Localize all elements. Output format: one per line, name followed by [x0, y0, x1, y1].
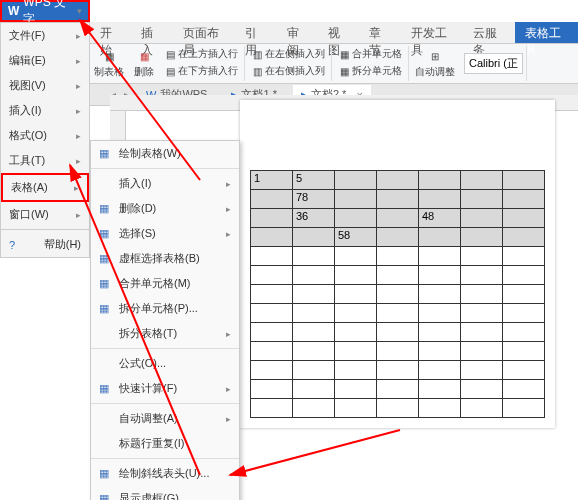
- table-cell[interactable]: [461, 342, 503, 361]
- submenu-item[interactable]: ▦显示虚框(G): [91, 486, 239, 500]
- tab-review[interactable]: 审阅: [277, 22, 318, 43]
- tab-layout[interactable]: 页面布局: [173, 22, 236, 43]
- table-cell[interactable]: [335, 266, 377, 285]
- table-cell[interactable]: [461, 380, 503, 399]
- draw-table-button[interactable]: ▦ 制表格: [90, 46, 128, 81]
- table-cell[interactable]: [377, 266, 419, 285]
- table-cell[interactable]: [293, 399, 335, 418]
- table-cell[interactable]: [377, 361, 419, 380]
- table-cell[interactable]: [419, 171, 461, 190]
- table-cell[interactable]: [419, 361, 461, 380]
- table-cell[interactable]: [251, 209, 293, 228]
- table-cell[interactable]: [419, 266, 461, 285]
- submenu-item[interactable]: 插入(I)▸: [91, 171, 239, 196]
- table-cell[interactable]: [503, 399, 545, 418]
- table-cell[interactable]: [335, 285, 377, 304]
- table-cell[interactable]: [461, 323, 503, 342]
- menu-item[interactable]: 格式(O)▸: [1, 123, 89, 148]
- table-cell[interactable]: [503, 361, 545, 380]
- table-cell[interactable]: [377, 342, 419, 361]
- table-cell[interactable]: [293, 247, 335, 266]
- tab-section[interactable]: 章节: [359, 22, 400, 43]
- table-cell[interactable]: [419, 228, 461, 247]
- table-cell[interactable]: [377, 285, 419, 304]
- table-cell[interactable]: [377, 171, 419, 190]
- table-cell[interactable]: [377, 190, 419, 209]
- table-cell[interactable]: [503, 228, 545, 247]
- table-cell[interactable]: [335, 190, 377, 209]
- table-cell[interactable]: 58: [335, 228, 377, 247]
- table-cell[interactable]: [503, 190, 545, 209]
- table-cell[interactable]: [461, 247, 503, 266]
- table-cell[interactable]: [503, 285, 545, 304]
- table-cell[interactable]: [251, 361, 293, 380]
- font-selector[interactable]: Calibri (正: [464, 53, 523, 74]
- menu-item[interactable]: 文件(F)▸: [1, 23, 89, 48]
- table-cell[interactable]: [377, 209, 419, 228]
- table-cell[interactable]: [377, 380, 419, 399]
- tab-cloud[interactable]: 云服务: [463, 22, 515, 43]
- table-cell[interactable]: [503, 171, 545, 190]
- document-table[interactable]: 15 78 3648 58: [250, 170, 545, 418]
- table-cell[interactable]: [251, 342, 293, 361]
- table-cell[interactable]: [503, 304, 545, 323]
- submenu-item[interactable]: ▦选择(S)▸: [91, 221, 239, 246]
- submenu-item[interactable]: ▦合并单元格(M): [91, 271, 239, 296]
- insert-col-left[interactable]: ▥在左侧插入列: [250, 46, 328, 62]
- submenu-item[interactable]: 自动调整(A)▸: [91, 406, 239, 431]
- table-cell[interactable]: [461, 285, 503, 304]
- table-cell[interactable]: [335, 323, 377, 342]
- table-cell[interactable]: [419, 380, 461, 399]
- table-cell[interactable]: 36: [293, 209, 335, 228]
- menu-item[interactable]: 窗口(W)▸: [1, 202, 89, 227]
- submenu-item[interactable]: ▦快速计算(F)▸: [91, 376, 239, 401]
- table-cell[interactable]: [461, 209, 503, 228]
- table-cell[interactable]: [419, 285, 461, 304]
- table-cell[interactable]: [377, 228, 419, 247]
- table-cell[interactable]: [251, 285, 293, 304]
- submenu-item[interactable]: ▦虚框选择表格(B): [91, 246, 239, 271]
- table-cell[interactable]: 48: [419, 209, 461, 228]
- table-cell[interactable]: [503, 209, 545, 228]
- menu-item[interactable]: ?帮助(H): [1, 232, 89, 257]
- table-cell[interactable]: [293, 228, 335, 247]
- table-cell[interactable]: 1: [251, 171, 293, 190]
- submenu-item[interactable]: 公式(O)...: [91, 351, 239, 376]
- tab-view[interactable]: 视图: [318, 22, 359, 43]
- submenu-item[interactable]: ▦绘制表格(W): [91, 141, 239, 166]
- insert-row-below[interactable]: ▤在下方插入行: [163, 63, 241, 79]
- table-cell[interactable]: [377, 323, 419, 342]
- table-cell[interactable]: [293, 266, 335, 285]
- table-cell[interactable]: [293, 342, 335, 361]
- insert-col-right[interactable]: ▥在右侧插入列: [250, 63, 328, 79]
- table-cell[interactable]: [503, 342, 545, 361]
- table-cell[interactable]: [293, 323, 335, 342]
- tab-table-tools[interactable]: 表格工具: [515, 22, 578, 43]
- table-cell[interactable]: [419, 190, 461, 209]
- menu-item[interactable]: 工具(T)▸: [1, 148, 89, 173]
- submenu-item[interactable]: ▦拆分单元格(P)...: [91, 296, 239, 321]
- menu-item[interactable]: 编辑(E)▸: [1, 48, 89, 73]
- table-cell[interactable]: [335, 209, 377, 228]
- tab-start[interactable]: 开始: [90, 22, 131, 43]
- dropdown-icon[interactable]: ▾: [77, 6, 82, 16]
- table-cell[interactable]: [377, 247, 419, 266]
- table-cell[interactable]: [293, 304, 335, 323]
- table-cell[interactable]: [503, 266, 545, 285]
- table-cell[interactable]: [293, 285, 335, 304]
- table-cell[interactable]: [461, 228, 503, 247]
- menu-item[interactable]: 插入(I)▸: [1, 98, 89, 123]
- table-cell[interactable]: [461, 266, 503, 285]
- table-cell[interactable]: [419, 342, 461, 361]
- table-cell[interactable]: [461, 304, 503, 323]
- table-cell[interactable]: [461, 361, 503, 380]
- table-cell[interactable]: [335, 399, 377, 418]
- auto-adjust-button[interactable]: ⊞ 自动调整: [411, 46, 459, 81]
- table-cell[interactable]: 5: [293, 171, 335, 190]
- table-cell[interactable]: [251, 266, 293, 285]
- submenu-item[interactable]: 标题行重复(I): [91, 431, 239, 456]
- table-cell[interactable]: [251, 380, 293, 399]
- insert-row-above[interactable]: ▤在上方插入行: [163, 46, 241, 62]
- table-cell[interactable]: [377, 304, 419, 323]
- table-cell[interactable]: [293, 380, 335, 399]
